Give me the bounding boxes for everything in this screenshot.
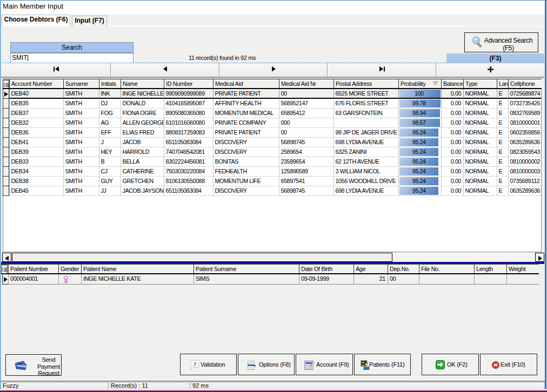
svg-text:?: ? bbox=[194, 361, 196, 367]
